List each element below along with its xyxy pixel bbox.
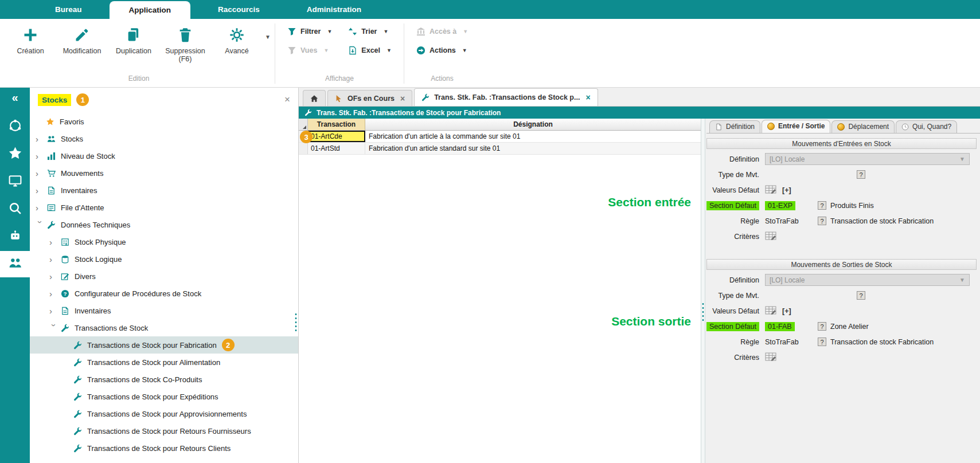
nav-item[interactable]: ›Stocks bbox=[30, 130, 298, 147]
assistant-icon[interactable] bbox=[0, 223, 30, 250]
nav-item[interactable]: ›Inventaires bbox=[30, 302, 298, 319]
chevron-right-icon[interactable]: › bbox=[36, 186, 45, 195]
definition-select[interactable]: [LO] Locale▼ bbox=[765, 153, 970, 165]
delete-button[interactable]: Suppression (F6) bbox=[159, 22, 211, 63]
menu-tab-raccourcis[interactable]: Raccourcis bbox=[198, 0, 279, 19]
search-icon[interactable] bbox=[0, 196, 30, 222]
cell-designation[interactable]: Fabrication d'un article standard sur si… bbox=[365, 143, 701, 154]
nav-item[interactable]: ›Transactions de Stock bbox=[30, 319, 298, 336]
favorites-icon[interactable] bbox=[0, 141, 30, 167]
wrench-icon bbox=[72, 444, 84, 453]
views-button[interactable]: Vues ▼ bbox=[287, 46, 332, 55]
add-default-label[interactable]: [+] bbox=[782, 186, 791, 194]
help-button[interactable]: ? bbox=[818, 217, 826, 225]
select-all-cell[interactable] bbox=[299, 119, 308, 130]
help-button[interactable]: ? bbox=[857, 170, 865, 179]
criteria-grid-icon[interactable] bbox=[765, 352, 778, 362]
chevron-down-icon[interactable]: › bbox=[36, 221, 45, 230]
help-button[interactable]: ? bbox=[818, 201, 826, 210]
nav-item[interactable]: Transactions de Stock pour Expéditions bbox=[30, 388, 298, 405]
chevron-down-icon[interactable]: › bbox=[49, 324, 59, 333]
close-icon[interactable]: × bbox=[284, 94, 290, 105]
help-button[interactable]: ? bbox=[818, 338, 826, 346]
detail-tab[interactable]: Qui, Quand? bbox=[896, 120, 957, 133]
nav-item[interactable]: ›File d'Attente bbox=[30, 199, 298, 216]
cell-transaction[interactable]: 01-ArtStd bbox=[308, 143, 365, 154]
table-row[interactable]: 01-ArtCdeFabrication d'un article à la c… bbox=[299, 131, 701, 143]
chevron-right-icon[interactable]: › bbox=[49, 306, 59, 316]
help-button[interactable]: ? bbox=[857, 291, 865, 300]
panel-splitter[interactable] bbox=[701, 119, 705, 463]
field-label: Critères bbox=[734, 233, 759, 241]
advanced-dropdown-arrow[interactable]: ▼ bbox=[263, 34, 273, 40]
nav-item[interactable]: ›Stock Physique bbox=[30, 233, 298, 250]
detail-tab[interactable]: Déplacement bbox=[831, 120, 895, 133]
chevron-right-icon[interactable]: › bbox=[49, 237, 59, 247]
tab-transactions-stock-fabrication[interactable]: Trans. Stk. Fab. :Transactions de Stock … bbox=[414, 88, 598, 106]
modules-icon[interactable] bbox=[0, 113, 30, 140]
actions-button[interactable]: Actions ▼ bbox=[416, 46, 468, 55]
chevron-right-icon[interactable]: › bbox=[36, 134, 45, 144]
nav-item[interactable]: Transactions de Stock Co-Produits bbox=[30, 371, 298, 388]
desktop-icon[interactable] bbox=[0, 168, 30, 195]
cell-designation[interactable]: Fabrication d'un article à la commande s… bbox=[365, 131, 701, 142]
sort-button[interactable]: Trier ▼ bbox=[348, 27, 392, 36]
nav-item[interactable]: Favoris bbox=[30, 113, 298, 130]
nav-item[interactable]: Transactions de Stock pour Retours Fourn… bbox=[30, 422, 298, 440]
chevron-down-icon: ▼ bbox=[959, 156, 965, 162]
duplicate-button[interactable]: Duplication bbox=[108, 22, 159, 55]
filter-button[interactable]: Filtrer ▼ bbox=[287, 27, 332, 36]
table-row[interactable]: 01-ArtStdFabrication d'un article standa… bbox=[299, 143, 701, 155]
detail-tab[interactable]: Définition bbox=[709, 120, 760, 133]
definition-select[interactable]: [LO] Locale▼ bbox=[765, 274, 970, 286]
collapse-panel-icon[interactable]: « bbox=[11, 91, 18, 104]
add-default-label[interactable]: [+] bbox=[782, 307, 791, 315]
field-row: Valeurs Défaut[+] bbox=[706, 303, 977, 319]
nav-item[interactable]: Transactions de Stock pour Fabrication2 bbox=[30, 336, 298, 354]
criteria-grid-icon[interactable] bbox=[765, 231, 778, 241]
tab-ofs-en-cours[interactable]: OFs en Cours × bbox=[327, 90, 412, 106]
stocks-module-icon[interactable] bbox=[0, 251, 30, 277]
nav-item[interactable]: ›Stock Logique bbox=[30, 250, 298, 268]
chevron-right-icon[interactable]: › bbox=[49, 289, 59, 299]
row-selector-cell[interactable] bbox=[299, 143, 308, 154]
menu-tab-application[interactable]: Application bbox=[110, 1, 191, 19]
cell-transaction[interactable]: 01-ArtCde bbox=[308, 131, 365, 142]
section-default-value[interactable]: 01-EXP bbox=[765, 201, 795, 210]
nav-item[interactable]: ›Données Techniques bbox=[30, 216, 298, 233]
chevron-right-icon[interactable]: › bbox=[36, 151, 45, 161]
nav-item[interactable]: ›Niveau de Stock bbox=[30, 147, 298, 164]
help-button[interactable]: ? bbox=[818, 322, 826, 331]
nav-item[interactable]: Transactions de Stock pour Alimentation bbox=[30, 354, 298, 371]
close-icon[interactable]: × bbox=[585, 93, 590, 102]
access-button[interactable]: Accès à ▼ bbox=[416, 27, 468, 36]
menu-tab-administration[interactable]: Administration bbox=[287, 0, 381, 19]
chevron-right-icon[interactable]: › bbox=[36, 203, 45, 213]
detail-tab[interactable]: Entrée / Sortie bbox=[762, 120, 830, 133]
defaults-grid-icon[interactable] bbox=[765, 185, 778, 195]
nav-item[interactable]: ›Inventaires bbox=[30, 182, 298, 199]
rule-value[interactable]: StoTraFab bbox=[765, 338, 818, 346]
advanced-button[interactable]: Avancé bbox=[211, 22, 263, 55]
close-icon[interactable]: × bbox=[400, 94, 405, 103]
nav-item[interactable]: Transactions de Stock pour Approvisionne… bbox=[30, 405, 298, 422]
section-default-value[interactable]: 01-FAB bbox=[765, 322, 795, 331]
defaults-grid-icon[interactable] bbox=[765, 306, 778, 316]
nav-item[interactable]: Transactions de Stock pour Retours Clien… bbox=[30, 440, 298, 457]
nav-item[interactable]: ›Divers bbox=[30, 268, 298, 285]
rule-value[interactable]: StoTraFab bbox=[765, 217, 818, 225]
column-header-designation[interactable]: Désignation bbox=[365, 119, 701, 130]
nav-item[interactable]: ›Mouvements bbox=[30, 164, 298, 182]
chevron-right-icon[interactable]: › bbox=[36, 168, 45, 178]
chevron-right-icon[interactable]: › bbox=[49, 254, 59, 264]
modify-button[interactable]: Modification bbox=[56, 22, 108, 55]
excel-button[interactable]: Excel ▼ bbox=[348, 46, 392, 55]
nav-item[interactable]: ›?Configurateur de Procédures de Stock bbox=[30, 285, 298, 302]
tab-home[interactable] bbox=[303, 90, 326, 106]
column-header-transaction[interactable]: Transaction bbox=[308, 119, 365, 130]
create-button[interactable]: Création bbox=[5, 22, 56, 55]
panel-splitter-grip[interactable] bbox=[702, 302, 704, 323]
menu-tab-bureau[interactable]: Bureau bbox=[36, 0, 101, 19]
nav-splitter-grip[interactable] bbox=[295, 312, 297, 333]
chevron-right-icon[interactable]: › bbox=[49, 272, 59, 281]
